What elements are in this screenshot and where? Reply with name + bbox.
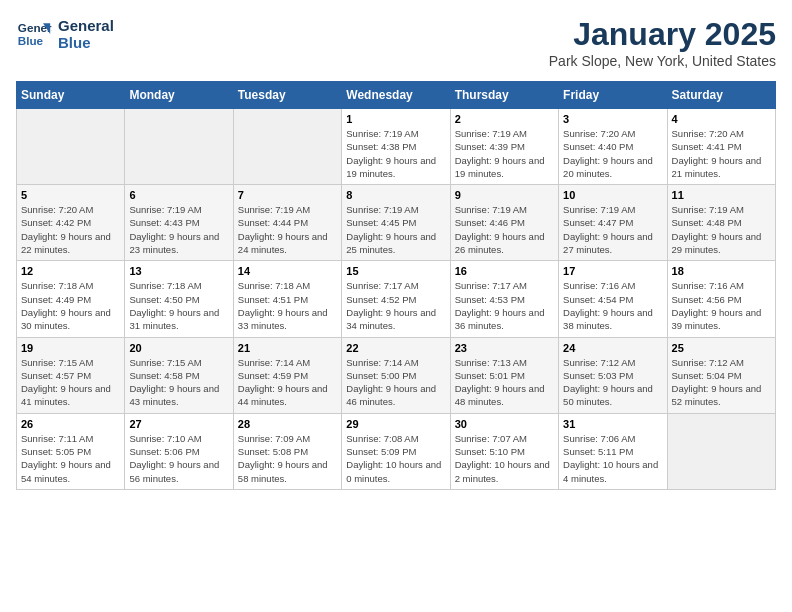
day-number: 26 bbox=[21, 418, 120, 430]
day-number: 29 bbox=[346, 418, 445, 430]
cell-sunrise: Sunrise: 7:09 AM bbox=[238, 432, 337, 445]
day-number: 20 bbox=[129, 342, 228, 354]
cell-daylight: Daylight: 9 hours and 43 minutes. bbox=[129, 382, 228, 409]
cell-daylight: Daylight: 9 hours and 27 minutes. bbox=[563, 230, 662, 257]
calendar-week-row: 19 Sunrise: 7:15 AM Sunset: 4:57 PM Dayl… bbox=[17, 337, 776, 413]
day-number: 13 bbox=[129, 265, 228, 277]
day-number: 18 bbox=[672, 265, 771, 277]
cell-sunrise: Sunrise: 7:20 AM bbox=[21, 203, 120, 216]
weekday-header: Tuesday bbox=[233, 82, 341, 109]
cell-sunset: Sunset: 4:56 PM bbox=[672, 293, 771, 306]
cell-sunrise: Sunrise: 7:18 AM bbox=[238, 279, 337, 292]
calendar-cell: 22 Sunrise: 7:14 AM Sunset: 5:00 PM Dayl… bbox=[342, 337, 450, 413]
cell-sunset: Sunset: 4:53 PM bbox=[455, 293, 554, 306]
cell-sunrise: Sunrise: 7:17 AM bbox=[455, 279, 554, 292]
cell-daylight: Daylight: 9 hours and 58 minutes. bbox=[238, 458, 337, 485]
subtitle: Park Slope, New York, United States bbox=[549, 53, 776, 69]
cell-sunrise: Sunrise: 7:10 AM bbox=[129, 432, 228, 445]
calendar-week-row: 5 Sunrise: 7:20 AM Sunset: 4:42 PM Dayli… bbox=[17, 185, 776, 261]
cell-daylight: Daylight: 9 hours and 33 minutes. bbox=[238, 306, 337, 333]
cell-daylight: Daylight: 10 hours and 4 minutes. bbox=[563, 458, 662, 485]
cell-daylight: Daylight: 9 hours and 41 minutes. bbox=[21, 382, 120, 409]
main-title: January 2025 bbox=[549, 16, 776, 53]
calendar-header-row: SundayMondayTuesdayWednesdayThursdayFrid… bbox=[17, 82, 776, 109]
day-number: 15 bbox=[346, 265, 445, 277]
calendar-cell: 24 Sunrise: 7:12 AM Sunset: 5:03 PM Dayl… bbox=[559, 337, 667, 413]
calendar-cell: 11 Sunrise: 7:19 AM Sunset: 4:48 PM Dayl… bbox=[667, 185, 775, 261]
calendar-cell: 26 Sunrise: 7:11 AM Sunset: 5:05 PM Dayl… bbox=[17, 413, 125, 489]
cell-daylight: Daylight: 10 hours and 0 minutes. bbox=[346, 458, 445, 485]
cell-sunset: Sunset: 4:54 PM bbox=[563, 293, 662, 306]
cell-sunset: Sunset: 5:08 PM bbox=[238, 445, 337, 458]
cell-sunset: Sunset: 4:45 PM bbox=[346, 216, 445, 229]
calendar-cell: 31 Sunrise: 7:06 AM Sunset: 5:11 PM Dayl… bbox=[559, 413, 667, 489]
cell-sunrise: Sunrise: 7:18 AM bbox=[129, 279, 228, 292]
cell-sunset: Sunset: 4:38 PM bbox=[346, 140, 445, 153]
cell-sunset: Sunset: 4:49 PM bbox=[21, 293, 120, 306]
calendar-cell: 9 Sunrise: 7:19 AM Sunset: 4:46 PM Dayli… bbox=[450, 185, 558, 261]
cell-sunset: Sunset: 4:47 PM bbox=[563, 216, 662, 229]
cell-daylight: Daylight: 9 hours and 21 minutes. bbox=[672, 154, 771, 181]
day-number: 25 bbox=[672, 342, 771, 354]
calendar-cell bbox=[667, 413, 775, 489]
cell-sunrise: Sunrise: 7:19 AM bbox=[563, 203, 662, 216]
day-number: 11 bbox=[672, 189, 771, 201]
cell-daylight: Daylight: 9 hours and 54 minutes. bbox=[21, 458, 120, 485]
cell-sunrise: Sunrise: 7:12 AM bbox=[672, 356, 771, 369]
day-number: 24 bbox=[563, 342, 662, 354]
calendar-table: SundayMondayTuesdayWednesdayThursdayFrid… bbox=[16, 81, 776, 490]
cell-sunset: Sunset: 5:09 PM bbox=[346, 445, 445, 458]
cell-sunrise: Sunrise: 7:19 AM bbox=[455, 203, 554, 216]
cell-sunset: Sunset: 4:58 PM bbox=[129, 369, 228, 382]
cell-daylight: Daylight: 9 hours and 22 minutes. bbox=[21, 230, 120, 257]
day-number: 8 bbox=[346, 189, 445, 201]
cell-daylight: Daylight: 9 hours and 19 minutes. bbox=[346, 154, 445, 181]
cell-daylight: Daylight: 9 hours and 44 minutes. bbox=[238, 382, 337, 409]
cell-daylight: Daylight: 9 hours and 46 minutes. bbox=[346, 382, 445, 409]
cell-sunset: Sunset: 4:39 PM bbox=[455, 140, 554, 153]
cell-sunrise: Sunrise: 7:19 AM bbox=[238, 203, 337, 216]
calendar-cell: 6 Sunrise: 7:19 AM Sunset: 4:43 PM Dayli… bbox=[125, 185, 233, 261]
calendar-cell: 21 Sunrise: 7:14 AM Sunset: 4:59 PM Dayl… bbox=[233, 337, 341, 413]
calendar-cell: 20 Sunrise: 7:15 AM Sunset: 4:58 PM Dayl… bbox=[125, 337, 233, 413]
day-number: 16 bbox=[455, 265, 554, 277]
cell-sunset: Sunset: 4:41 PM bbox=[672, 140, 771, 153]
calendar-cell: 27 Sunrise: 7:10 AM Sunset: 5:06 PM Dayl… bbox=[125, 413, 233, 489]
cell-daylight: Daylight: 9 hours and 26 minutes. bbox=[455, 230, 554, 257]
cell-sunset: Sunset: 5:04 PM bbox=[672, 369, 771, 382]
calendar-cell: 19 Sunrise: 7:15 AM Sunset: 4:57 PM Dayl… bbox=[17, 337, 125, 413]
cell-daylight: Daylight: 9 hours and 56 minutes. bbox=[129, 458, 228, 485]
cell-daylight: Daylight: 9 hours and 25 minutes. bbox=[346, 230, 445, 257]
cell-daylight: Daylight: 9 hours and 36 minutes. bbox=[455, 306, 554, 333]
cell-sunrise: Sunrise: 7:20 AM bbox=[672, 127, 771, 140]
day-number: 7 bbox=[238, 189, 337, 201]
cell-sunrise: Sunrise: 7:11 AM bbox=[21, 432, 120, 445]
cell-sunset: Sunset: 5:00 PM bbox=[346, 369, 445, 382]
day-number: 5 bbox=[21, 189, 120, 201]
calendar-cell: 16 Sunrise: 7:17 AM Sunset: 4:53 PM Dayl… bbox=[450, 261, 558, 337]
cell-sunset: Sunset: 4:59 PM bbox=[238, 369, 337, 382]
cell-daylight: Daylight: 9 hours and 38 minutes. bbox=[563, 306, 662, 333]
cell-sunrise: Sunrise: 7:20 AM bbox=[563, 127, 662, 140]
calendar-week-row: 1 Sunrise: 7:19 AM Sunset: 4:38 PM Dayli… bbox=[17, 109, 776, 185]
cell-sunrise: Sunrise: 7:17 AM bbox=[346, 279, 445, 292]
calendar-cell bbox=[17, 109, 125, 185]
calendar-cell: 10 Sunrise: 7:19 AM Sunset: 4:47 PM Dayl… bbox=[559, 185, 667, 261]
weekday-header: Thursday bbox=[450, 82, 558, 109]
cell-sunset: Sunset: 4:48 PM bbox=[672, 216, 771, 229]
cell-daylight: Daylight: 9 hours and 31 minutes. bbox=[129, 306, 228, 333]
day-number: 27 bbox=[129, 418, 228, 430]
day-number: 9 bbox=[455, 189, 554, 201]
weekday-header: Friday bbox=[559, 82, 667, 109]
calendar-week-row: 26 Sunrise: 7:11 AM Sunset: 5:05 PM Dayl… bbox=[17, 413, 776, 489]
cell-sunrise: Sunrise: 7:19 AM bbox=[346, 127, 445, 140]
day-number: 3 bbox=[563, 113, 662, 125]
day-number: 21 bbox=[238, 342, 337, 354]
cell-sunrise: Sunrise: 7:07 AM bbox=[455, 432, 554, 445]
calendar-cell bbox=[125, 109, 233, 185]
cell-sunrise: Sunrise: 7:14 AM bbox=[238, 356, 337, 369]
cell-sunrise: Sunrise: 7:15 AM bbox=[129, 356, 228, 369]
cell-sunrise: Sunrise: 7:14 AM bbox=[346, 356, 445, 369]
cell-sunrise: Sunrise: 7:15 AM bbox=[21, 356, 120, 369]
cell-sunset: Sunset: 5:06 PM bbox=[129, 445, 228, 458]
